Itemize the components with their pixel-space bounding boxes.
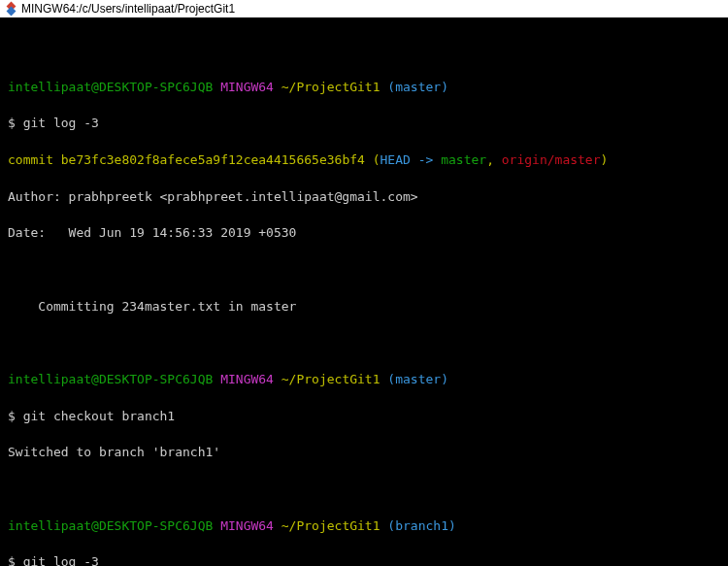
command-line: $ git checkout branch1 [8,408,720,426]
ref-head: HEAD -> [381,152,442,167]
blank-line [8,334,720,352]
prompt-branch: (master) [387,80,448,94]
prompt-host: DESKTOP-SPC6JQB [99,372,213,386]
prompt-user: intellipaat [8,372,91,386]
commit-hash: be73fc3e802f8afece5a9f12cea4415665e36bf4 [61,152,365,167]
command-line: $ git log -3 [8,553,720,566]
commit-author: Author: prabhpreetk <prabhpreet.intellip… [8,188,720,207]
ref-close: ) [601,152,609,167]
prompt-host: DESKTOP-SPC6JQB [99,518,213,533]
commit-prefix: commit [8,152,61,167]
ref-master: master [441,152,486,167]
prompt-user: intellipaat [8,518,91,533]
terminal-output[interactable]: intellipaat@DESKTOP-SPC6JQB MINGW64 ~/Pr… [0,17,728,566]
prompt-branch: (master) [387,372,448,386]
prompt-env: MINGW64 [213,80,274,94]
prompt-line: intellipaat@DESKTOP-SPC6JQB MINGW64 ~/Pr… [8,79,720,97]
app-icon [6,3,17,15]
output-line: Switched to branch 'branch1' [8,444,720,462]
ref-origin: origin/master [502,152,601,167]
prompt-dollar: $ [8,116,23,130]
ref-sep: , [486,152,502,167]
prompt-line: intellipaat@DESKTOP-SPC6JQB MINGW64 ~/Pr… [8,517,720,536]
window-title: MINGW64:/c/Users/intellipaat/ProjectGit1 [21,2,235,16]
command-text: git checkout branch1 [23,409,176,423]
prompt-path: ~/ProjectGit1 [274,372,387,386]
command-text: git log -3 [23,116,99,130]
window-title-bar: MINGW64:/c/Users/intellipaat/ProjectGit1 [0,0,728,17]
commit-date: Date: Wed Jun 19 14:56:33 2019 +0530 [8,224,720,243]
commit-message: Committing 234master.txt in master [8,298,720,316]
prompt-env: MINGW64 [213,518,274,533]
prompt-at: @ [91,518,99,533]
prompt-dollar: $ [8,409,23,423]
prompt-path: ~/ProjectGit1 [274,518,387,533]
prompt-branch: (branch1) [387,518,455,533]
prompt-env: MINGW64 [213,372,274,386]
blank-line [8,481,720,499]
prompt-dollar: $ [8,554,23,566]
prompt-at: @ [91,80,99,94]
prompt-path: ~/ProjectGit1 [274,80,387,94]
blank-line [8,261,720,280]
prompt-line: intellipaat@DESKTOP-SPC6JQB MINGW64 ~/Pr… [8,371,720,389]
blank-line [8,42,720,60]
prompt-at: @ [91,372,99,386]
prompt-user: intellipaat [8,80,91,94]
prompt-host: DESKTOP-SPC6JQB [99,80,213,94]
ref-open: ( [365,152,381,167]
commit-line: commit be73fc3e802f8afece5a9f12cea441566… [8,151,720,170]
command-line: $ git log -3 [8,115,720,133]
command-text: git log -3 [23,554,99,566]
